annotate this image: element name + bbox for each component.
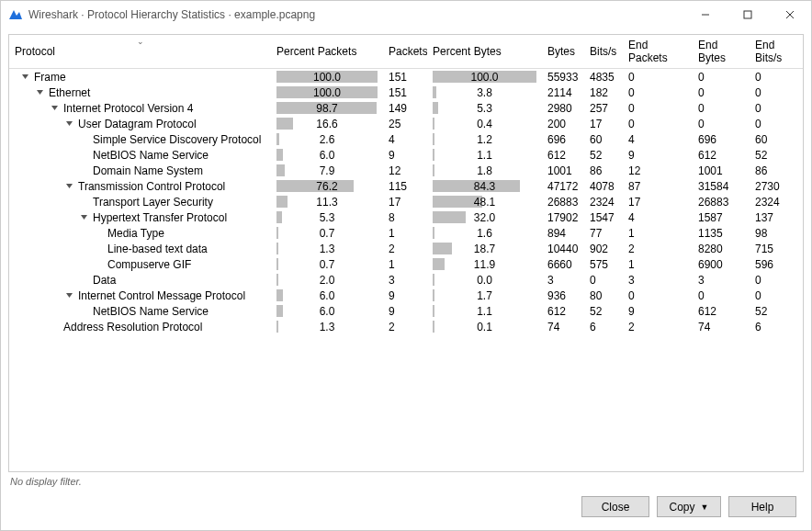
protocol-name: Media Type (107, 227, 164, 240)
end-bits-s-value: 137 (750, 209, 804, 225)
percent-packets-value: 2.0 (276, 274, 378, 287)
table-row[interactable]: Frame100.0151100.0559334835000 (9, 69, 804, 85)
bits-s-value: 17 (584, 116, 623, 131)
col-percent-packets[interactable]: Percent Packets (271, 35, 383, 69)
col-percent-bytes[interactable]: Percent Bytes (427, 35, 542, 69)
stats-table[interactable]: Protocol⌄ Percent Packets Packets Percen… (9, 35, 804, 334)
bits-s-value: 6 (584, 319, 623, 334)
bits-s-value: 902 (584, 241, 623, 256)
end-packets-value: 4 (623, 209, 693, 225)
packets-value: 115 (383, 178, 427, 194)
percent-bytes-value: 48.1 (433, 196, 536, 209)
end-bits-s-value: 60 (750, 131, 804, 147)
table-row[interactable]: Data2.030.030330 (9, 272, 804, 288)
protocol-name: NetBIOS Name Service (93, 149, 209, 162)
packets-value: 151 (383, 85, 427, 100)
bits-s-value: 86 (584, 163, 623, 178)
end-bits-s-value: 0 (750, 100, 804, 116)
table-row[interactable]: NetBIOS Name Service6.091.161252961252 (9, 303, 804, 319)
percent-bytes-bar: 1.1 (433, 148, 536, 162)
expander-open-icon[interactable] (79, 212, 89, 222)
percent-bytes-bar: 1.1 (433, 304, 536, 318)
protocol-name: Transmission Control Protocol (78, 180, 225, 193)
percent-bytes-value: 32.0 (433, 211, 536, 224)
col-bytes[interactable]: Bytes (542, 35, 584, 69)
expander-open-icon[interactable] (64, 290, 74, 300)
minimize-button[interactable] (684, 1, 727, 28)
expander-none (94, 259, 104, 269)
table-row[interactable]: Transmission Control Protocol76.211584.3… (9, 178, 804, 194)
bits-s-value: 1547 (584, 209, 623, 225)
end-bits-s-value: 6 (750, 319, 804, 334)
table-row[interactable]: Simple Service Discovery Protocol2.641.2… (9, 131, 804, 147)
table-row[interactable]: Internet Control Message Protocol6.091.7… (9, 288, 804, 303)
table-row[interactable]: Ethernet100.01513.82114182000 (9, 85, 804, 100)
protocol-name: Domain Name System (93, 164, 203, 177)
bytes-value: 6660 (542, 256, 584, 272)
window-title: Wireshark · Protocol Hierarchy Statistic… (28, 8, 684, 21)
end-packets-value: 0 (623, 85, 693, 100)
percent-packets-value: 7.9 (276, 164, 378, 177)
expander-open-icon[interactable] (50, 103, 60, 113)
percent-bytes-value: 3.8 (433, 86, 536, 99)
percent-packets-value: 100.0 (276, 86, 378, 99)
end-packets-value: 17 (623, 194, 693, 209)
copy-button[interactable]: Copy▼ (657, 496, 721, 517)
expander-open-icon[interactable] (64, 119, 74, 129)
expander-none (79, 134, 89, 144)
percent-bytes-bar: 1.6 (433, 226, 536, 240)
maximize-button[interactable] (727, 1, 769, 28)
col-protocol[interactable]: Protocol⌄ (9, 35, 271, 69)
col-end-bits[interactable]: End Bits/s (750, 35, 804, 69)
col-packets[interactable]: Packets (383, 35, 427, 69)
table-row[interactable]: Hypertext Transfer Protocol5.3832.017902… (9, 209, 804, 225)
table-row[interactable]: Domain Name System7.9121.810018612100186 (9, 163, 804, 178)
table-row[interactable]: Line-based text data1.3218.7104409022828… (9, 241, 804, 256)
col-bits[interactable]: Bits/s (584, 35, 623, 69)
expander-open-icon[interactable] (20, 72, 30, 82)
expander-none (79, 306, 89, 316)
percent-bytes-value: 5.3 (433, 102, 536, 115)
table-row[interactable]: Internet Protocol Version 498.71495.3298… (9, 100, 804, 116)
packets-value: 1 (383, 256, 427, 272)
bits-s-value: 2324 (584, 194, 623, 209)
bytes-value: 696 (542, 131, 584, 147)
end-bytes-value: 0 (693, 100, 750, 116)
end-bytes-value: 6900 (693, 256, 750, 272)
protocol-name: Internet Control Message Protocol (78, 289, 245, 302)
bytes-value: 1001 (542, 163, 584, 178)
percent-bytes-value: 1.8 (433, 164, 536, 177)
end-bits-s-value: 52 (750, 303, 804, 319)
sort-indicator-icon: ⌄ (137, 37, 144, 46)
help-button[interactable]: Help (728, 496, 796, 517)
expander-open-icon[interactable] (64, 181, 74, 191)
end-packets-value: 9 (623, 147, 693, 163)
col-end-packets[interactable]: End Packets (623, 35, 693, 69)
end-bits-s-value: 715 (750, 241, 804, 256)
table-row[interactable]: Address Resolution Protocol1.320.1746274… (9, 319, 804, 334)
packets-value: 8 (383, 209, 427, 225)
col-end-bytes[interactable]: End Bytes (693, 35, 750, 69)
end-bits-s-value: 596 (750, 256, 804, 272)
expander-open-icon[interactable] (35, 87, 45, 97)
close-button[interactable] (769, 1, 811, 28)
table-row[interactable]: Transport Layer Security11.31748.1268832… (9, 194, 804, 209)
close-dialog-button[interactable]: Close (581, 496, 649, 517)
percent-packets-value: 5.3 (276, 211, 378, 224)
table-row[interactable]: User Datagram Protocol16.6250.420017000 (9, 116, 804, 131)
percent-packets-bar: 6.0 (276, 148, 378, 162)
percent-packets-bar: 100.0 (276, 85, 378, 99)
expander-none (79, 150, 89, 160)
protocol-name: Ethernet (49, 86, 90, 99)
end-bits-s-value: 0 (750, 85, 804, 100)
table-row[interactable]: NetBIOS Name Service6.091.161252961252 (9, 147, 804, 163)
percent-bytes-bar: 18.7 (433, 242, 536, 255)
packets-value: 9 (383, 147, 427, 163)
percent-packets-bar: 0.7 (276, 226, 378, 240)
table-row[interactable]: Compuserve GIF0.7111.9666057516900596 (9, 256, 804, 272)
end-bytes-value: 0 (693, 116, 750, 131)
table-row[interactable]: Media Type0.711.6894771113598 (9, 225, 804, 241)
bytes-value: 894 (542, 225, 584, 241)
end-bits-s-value: 0 (750, 272, 804, 288)
bits-s-value: 4078 (584, 178, 623, 194)
